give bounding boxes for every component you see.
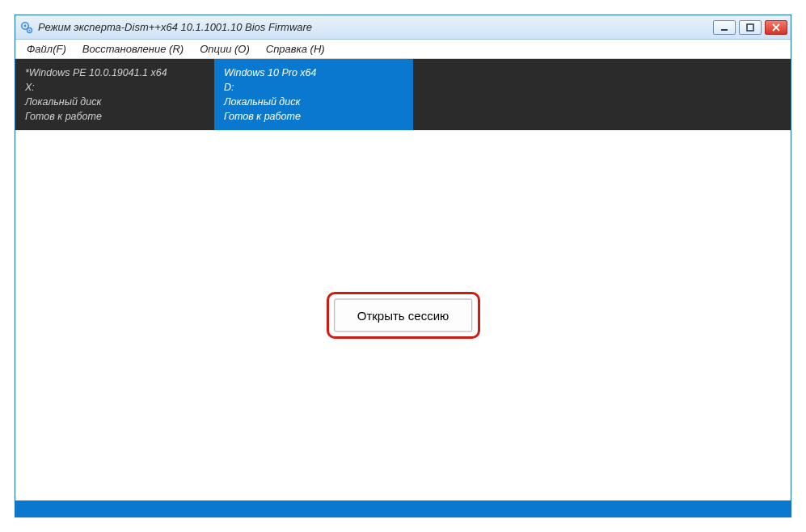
image-title: Windows 10 Pro x64	[224, 65, 403, 80]
image-disk: Локальный диск	[224, 95, 403, 109]
menu-help[interactable]: Справка (H)	[258, 41, 333, 57]
menu-options[interactable]: Опции (O)	[192, 41, 258, 57]
svg-point-3	[29, 29, 31, 31]
svg-rect-5	[747, 24, 753, 31]
menu-restore[interactable]: Восстановление (R)	[74, 41, 192, 57]
image-strip: *Windows PE 10.0.19041.1 x64 X: Локальны…	[15, 59, 791, 130]
title-bar: Режим эксперта-Dism++x64 10.1.1001.10 Bi…	[15, 15, 791, 40]
window-controls	[713, 20, 787, 35]
app-window: Режим эксперта-Dism++x64 10.1.1001.10 Bi…	[15, 15, 791, 517]
svg-rect-4	[721, 29, 728, 31]
image-card-1[interactable]: Windows 10 Pro x64 D: Локальный диск Гот…	[214, 59, 413, 130]
minimize-button[interactable]	[713, 20, 736, 35]
close-button[interactable]	[765, 20, 787, 35]
image-drive: X:	[25, 80, 205, 95]
window-title: Режим эксперта-Dism++x64 10.1.1001.10 Bi…	[38, 21, 713, 33]
image-title: *Windows PE 10.0.19041.1 x64	[25, 65, 205, 80]
image-disk: Локальный диск	[25, 95, 205, 109]
status-bar	[15, 500, 791, 517]
content-area: Открыть сессию	[15, 130, 791, 500]
image-status: Готов к работе	[224, 109, 403, 124]
maximize-button[interactable]	[739, 20, 762, 35]
image-card-0[interactable]: *Windows PE 10.0.19041.1 x64 X: Локальны…	[15, 59, 214, 130]
svg-point-1	[24, 24, 27, 27]
open-session-button[interactable]: Открыть сессию	[334, 299, 473, 332]
app-gear-icon	[20, 21, 33, 34]
image-drive: D:	[224, 80, 403, 95]
menu-file[interactable]: Файл(F)	[19, 41, 74, 57]
image-status: Готов к работе	[25, 109, 205, 124]
menu-bar: Файл(F) Восстановление (R) Опции (O) Спр…	[15, 40, 791, 59]
